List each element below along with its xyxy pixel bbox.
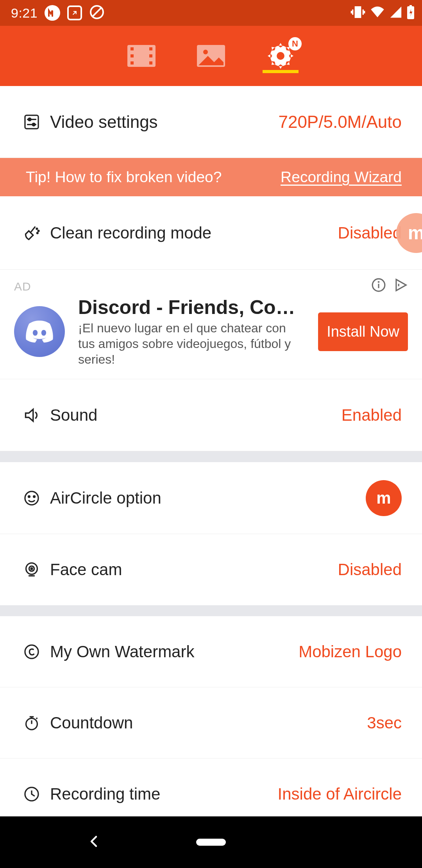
svg-point-12 [203,50,208,54]
clean-recording-label: Clean recording mode [43,224,338,242]
ad-tag: AD [14,280,31,293]
svg-point-28 [28,496,30,497]
facecam-label: Face cam [43,560,338,579]
section-divider [0,451,422,462]
settings-list[interactable]: Video settings 720P/5.0M/Auto Tip! How t… [0,86,422,816]
webcam-icon [23,561,43,578]
countdown-value: 3sec [367,714,402,732]
svg-point-27 [25,491,38,504]
tip-text: Tip! How to fix broken video? [26,169,222,186]
sound-value: Enabled [342,406,402,425]
svg-point-23 [378,282,379,282]
svg-rect-9 [149,54,152,57]
svg-point-20 [37,232,38,233]
aircircle-logo-icon: m [366,480,402,516]
svg-point-17 [32,123,35,126]
settings-badge: N [288,37,302,50]
stopwatch-icon [23,715,43,731]
svg-rect-13 [25,115,38,128]
row-sound[interactable]: Sound Enabled [0,379,422,451]
clean-recording-value: Disabled [338,224,402,242]
tab-images[interactable] [194,39,228,73]
row-video-settings[interactable]: Video settings 720P/5.0M/Auto [0,86,422,158]
mobizen-status-icon [45,5,60,21]
status-bar: 9:21 [0,0,422,26]
svg-point-25 [33,330,38,336]
sliders-icon [23,114,43,130]
video-settings-value: 720P/5.0M/Auto [278,112,402,132]
copyright-icon [23,644,43,660]
discord-icon [14,306,65,357]
clock-icon [23,786,43,802]
rectime-label: Recording time [43,785,278,803]
row-aircircle-option[interactable]: AirCircle option m [0,462,422,534]
row-face-cam[interactable]: Face cam Disabled [0,534,422,605]
svg-point-29 [34,496,35,497]
status-right [350,4,415,22]
svg-rect-7 [131,61,134,65]
wifi-icon [370,4,385,22]
svg-point-26 [41,330,46,336]
svg-rect-3 [409,5,412,7]
countdown-label: Countdown [43,714,367,732]
svg-line-38 [36,717,38,719]
row-clean-recording[interactable]: Clean recording mode Disabled m [0,196,422,270]
svg-rect-6 [131,54,134,57]
app-tab-bar: N [0,26,422,86]
android-nav-bar [0,816,422,868]
ad-subtitle: ¡El nuevo lugar en el que chatear con tu… [78,320,305,367]
nav-back-icon[interactable] [87,834,101,850]
active-tab-indicator [263,70,299,73]
app-status-icon-1 [67,5,82,20]
floating-mobizen-bubble[interactable]: m [396,213,422,253]
svg-point-19 [38,230,39,231]
vibrate-icon [350,4,366,22]
video-settings-label: Video settings [43,112,278,132]
svg-rect-8 [149,47,152,50]
tip-banner[interactable]: Tip! How to fix broken video? Recording … [0,158,422,196]
ad-info-icon[interactable] [371,278,386,295]
watermark-value: Mobizen Logo [299,642,402,661]
svg-line-1 [93,8,101,16]
status-left: 9:21 [11,4,105,22]
svg-rect-5 [131,47,134,50]
ad-card: AD Discord - Friends, Co… ¡El nuevo luga [0,270,422,379]
cell-signal-icon [389,5,402,20]
ad-install-button[interactable]: Install Now [318,312,408,351]
svg-rect-10 [149,61,152,65]
tab-settings[interactable]: N [263,39,298,73]
speaker-icon [23,407,43,424]
ad-choices-icon[interactable] [393,278,408,295]
svg-point-15 [28,118,31,121]
watermark-label: My Own Watermark [43,642,299,661]
rectime-value: Inside of Aircircle [278,785,402,803]
row-recording-time[interactable]: Recording time Inside of Aircircle [0,759,422,816]
ad-title: Discord - Friends, Co… [78,296,305,319]
section-divider [0,605,422,616]
broom-icon [23,224,43,242]
aircircle-label: AirCircle option [43,489,366,508]
battery-charging-icon [406,5,415,21]
row-countdown[interactable]: Countdown 3sec [0,687,422,759]
svg-point-33 [25,645,38,658]
tip-link[interactable]: Recording Wizard [281,169,402,186]
screen: 9:21 [0,0,422,868]
sound-label: Sound [43,406,342,425]
status-time: 9:21 [11,5,38,21]
row-watermark[interactable]: My Own Watermark Mobizen Logo [0,616,422,687]
svg-point-18 [36,228,38,229]
nav-home-pill[interactable] [196,839,226,846]
facecam-value: Disabled [338,560,402,579]
smile-icon [23,490,43,506]
tab-videos[interactable] [124,39,159,73]
svg-point-32 [31,568,32,569]
no-sign-status-icon [89,4,105,22]
